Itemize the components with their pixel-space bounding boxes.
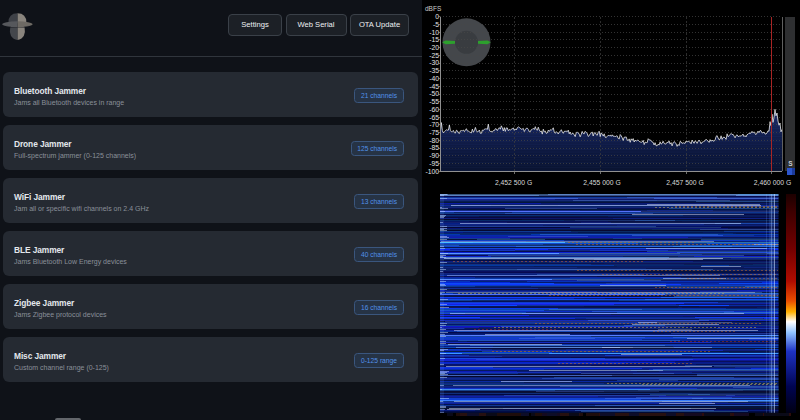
svg-text:dBFS: dBFS <box>425 5 442 12</box>
svg-text:2,452 500 G: 2,452 500 G <box>495 179 532 186</box>
svg-text:-100: -100 <box>425 168 439 175</box>
svg-text:2,455 000 G: 2,455 000 G <box>583 179 620 186</box>
svg-text:2,457 500 G: 2,457 500 G <box>666 179 703 186</box>
svg-text:S: S <box>788 160 793 167</box>
svg-text:2,460 000 G: 2,460 000 G <box>754 179 791 186</box>
